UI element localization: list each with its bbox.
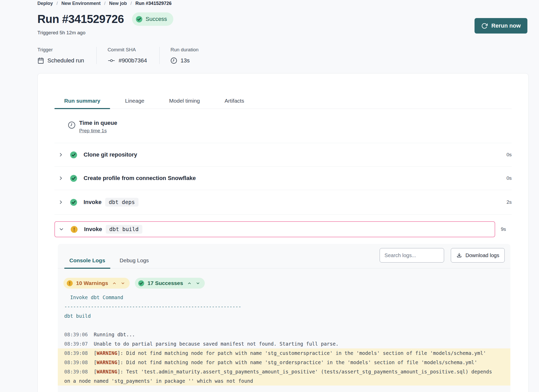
rerun-now-button[interactable]: Rerun now xyxy=(475,18,527,34)
log-timestamp: 08:39:08 xyxy=(64,369,88,374)
step-title: Clone git repository xyxy=(84,151,137,159)
chevron-right-icon[interactable] xyxy=(58,175,64,181)
tab-lineage[interactable]: Lineage xyxy=(115,97,154,109)
breadcrumb-separator: / xyxy=(56,1,58,6)
warnings-filter-pill[interactable]: 10 Warnings xyxy=(63,278,130,289)
page-header: Deploy / New Environment / New job / Run… xyxy=(0,0,539,36)
warning-label: WARNING xyxy=(97,350,117,356)
log-line-warning: 08:39:08[WARNING]:Did not find matching … xyxy=(58,348,510,358)
tab-model-timing[interactable]: Model timing xyxy=(159,97,210,109)
warning-bracket: [ xyxy=(94,369,96,374)
tab-console-logs[interactable]: Console Logs xyxy=(64,257,110,268)
log-line-rule: ----------------------------------------… xyxy=(58,302,510,311)
step-invoke-dbt-build[interactable]: Invoke dbt build xyxy=(54,221,495,237)
step-command-chip: dbt deps xyxy=(105,198,138,207)
download-icon xyxy=(456,252,462,258)
page-title: Run #341529726 xyxy=(37,13,124,26)
meta-duration: Run duration 13s xyxy=(159,47,211,64)
step-create-profile[interactable]: Create profile from connection Snowflake… xyxy=(54,167,512,190)
log-output: Invoke dbt Command ---------------------… xyxy=(58,293,510,386)
log-message: Unable to do partial parsing because sav… xyxy=(94,341,338,347)
main-tabs: Run summary Lineage Model timing Artifac… xyxy=(54,97,512,109)
success-check-icon xyxy=(136,16,143,23)
time-in-queue-row: Time in queue Prep time 1s xyxy=(54,109,512,143)
success-check-icon xyxy=(70,151,77,159)
duration-label: Run duration xyxy=(170,47,199,53)
step-title: Create profile from connection Snowflake xyxy=(84,174,196,182)
log-line-blank xyxy=(58,321,510,330)
log-message: Did not find matching node for patch wit… xyxy=(126,360,477,365)
calendar-icon xyxy=(37,57,44,64)
warning-bracket: [ xyxy=(94,350,96,356)
log-timestamp: 08:39:07 xyxy=(64,341,88,347)
chevron-down-icon[interactable] xyxy=(59,226,64,232)
clock-icon xyxy=(170,57,177,64)
successes-next-caret-icon[interactable] xyxy=(196,281,200,285)
log-line-info: 08:39:07Unable to do partial parsing bec… xyxy=(58,339,510,348)
successes-filter-pill[interactable]: 17 Successes xyxy=(135,278,205,289)
log-timestamp: 08:39:08 xyxy=(64,360,88,365)
commit-value: #900b7364 xyxy=(119,57,147,64)
warning-label: WARNING xyxy=(97,369,117,374)
log-timestamp: 08:39:08 xyxy=(64,350,88,356)
search-logs-input[interactable] xyxy=(380,248,444,263)
prep-time-link[interactable]: Prep time 1s xyxy=(79,127,107,134)
success-check-icon xyxy=(70,175,77,182)
log-line-command: dbt build xyxy=(58,311,510,321)
run-summary-card: Run summary Lineage Model timing Artifac… xyxy=(37,73,529,392)
step-title: Invoke xyxy=(84,198,102,206)
warning-bracket: ]: xyxy=(117,350,123,356)
warnings-next-caret-icon[interactable] xyxy=(121,281,125,285)
tab-artifacts[interactable]: Artifacts xyxy=(215,97,254,109)
meta-commit: Commit SHA #900b7364 xyxy=(96,47,159,64)
step-duration: 0s xyxy=(507,152,512,158)
run-meta: Trigger Scheduled run Commit SHA #900b73… xyxy=(37,47,539,64)
log-message: Test 'test.admin_maturity.assert_stg_pay… xyxy=(64,369,492,384)
successes-count-label: 17 Successes xyxy=(148,280,183,286)
step-duration: 9s xyxy=(501,226,512,232)
warnings-count-label: 10 Warnings xyxy=(76,280,108,286)
trigger-value: Scheduled run xyxy=(47,57,84,64)
warning-bracket: [ xyxy=(94,360,96,365)
console-header: Console Logs Debug Logs Download logs xyxy=(58,244,510,268)
successes-prev-caret-icon[interactable] xyxy=(187,281,192,285)
trigger-label: Trigger xyxy=(37,47,84,53)
log-message: Did not find matching node for patch wit… xyxy=(126,350,486,356)
step-invoke-dbt-build-row: Invoke dbt build 9s xyxy=(54,221,512,237)
success-check-icon xyxy=(138,280,144,287)
step-title: Invoke xyxy=(84,225,102,233)
tab-debug-logs[interactable]: Debug Logs xyxy=(115,257,154,268)
log-timestamp: 08:39:06 xyxy=(64,332,88,337)
git-commit-icon xyxy=(108,58,115,64)
status-badge-label: Success xyxy=(145,16,167,22)
warning-label: WARNING xyxy=(97,360,117,365)
log-line-info: 08:39:06Running dbt... xyxy=(58,330,510,339)
breadcrumb-environment[interactable]: New Environment xyxy=(61,1,101,6)
rerun-icon xyxy=(481,23,488,29)
rerun-label: Rerun now xyxy=(491,22,521,29)
step-invoke-dbt-deps[interactable]: Invoke dbt deps 2s xyxy=(54,190,512,215)
chevron-right-icon[interactable] xyxy=(58,199,64,205)
meta-trigger: Trigger Scheduled run xyxy=(37,47,96,64)
commit-label: Commit SHA xyxy=(108,47,147,53)
breadcrumb-job[interactable]: New job xyxy=(109,1,127,6)
warning-bracket: ]: xyxy=(117,369,123,374)
breadcrumb-separator: / xyxy=(130,1,132,6)
run-detail-page: Deploy / New Environment / New job / Run… xyxy=(0,0,539,392)
step-clone-git-repository[interactable]: Clone git repository 0s xyxy=(54,143,512,167)
warning-bracket: ]: xyxy=(117,360,123,365)
status-badge: Success xyxy=(132,12,173,26)
warning-icon xyxy=(70,226,78,233)
log-line-command-header: Invoke dbt Command xyxy=(58,293,510,302)
download-logs-button[interactable]: Download logs xyxy=(451,248,505,263)
breadcrumb-separator: / xyxy=(104,1,105,6)
warnings-prev-caret-icon[interactable] xyxy=(112,281,117,285)
tab-run-summary[interactable]: Run summary xyxy=(54,97,110,109)
breadcrumb-deploy[interactable]: Deploy xyxy=(37,1,53,6)
step-duration: 0s xyxy=(507,175,512,181)
console-controls: Download logs xyxy=(380,248,505,263)
download-logs-label: Download logs xyxy=(466,252,499,258)
console-logs-panel: Console Logs Debug Logs Download logs xyxy=(58,244,510,392)
step-duration: 2s xyxy=(507,199,512,205)
chevron-right-icon[interactable] xyxy=(58,152,64,158)
